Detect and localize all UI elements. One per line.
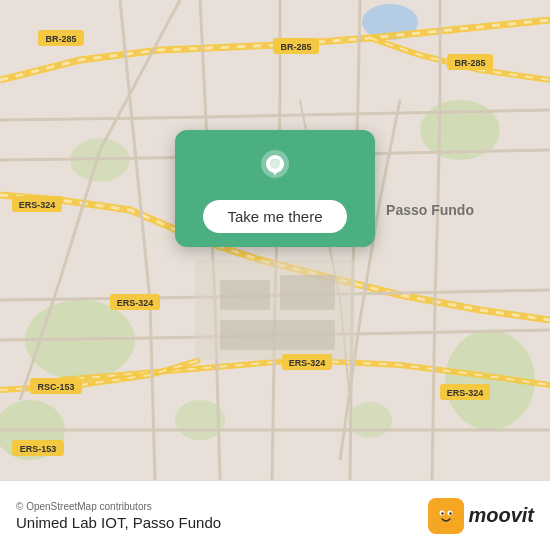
svg-point-39 [450, 512, 452, 514]
moovit-logo: moovit [428, 498, 534, 534]
svg-text:BR-285: BR-285 [45, 34, 76, 44]
moovit-text: moovit [468, 504, 534, 527]
moovit-icon [428, 498, 464, 534]
svg-text:ERS-324: ERS-324 [19, 200, 56, 210]
take-me-there-button[interactable]: Take me there [203, 200, 346, 233]
popup-card: Take me there [175, 130, 375, 247]
location-name: Unimed Lab IOT, Passo Fundo [16, 514, 221, 531]
svg-text:Passo Fundo: Passo Fundo [386, 202, 474, 218]
svg-text:ERS-153: ERS-153 [20, 444, 57, 454]
svg-text:ERS-324: ERS-324 [289, 358, 326, 368]
location-pin-icon [253, 146, 297, 190]
svg-text:BR-285: BR-285 [280, 42, 311, 52]
svg-text:ERS-324: ERS-324 [117, 298, 154, 308]
bottom-bar: © OpenStreetMap contributors Unimed Lab … [0, 480, 550, 550]
moovit-face-icon [432, 502, 460, 530]
svg-rect-11 [280, 275, 335, 310]
svg-text:BR-285: BR-285 [454, 58, 485, 68]
attribution-text: © OpenStreetMap contributors [16, 501, 221, 512]
svg-rect-12 [220, 320, 335, 350]
svg-text:RSC-153: RSC-153 [37, 382, 74, 392]
svg-point-6 [348, 402, 392, 438]
svg-point-35 [434, 504, 458, 528]
svg-text:ERS-324: ERS-324 [447, 388, 484, 398]
bottom-left-info: © OpenStreetMap contributors Unimed Lab … [16, 501, 221, 531]
svg-point-38 [442, 512, 444, 514]
map-container: BR-285 BR-285 BR-285 ERS-324 ERS-324 ERS… [0, 0, 550, 480]
svg-rect-10 [220, 280, 270, 310]
